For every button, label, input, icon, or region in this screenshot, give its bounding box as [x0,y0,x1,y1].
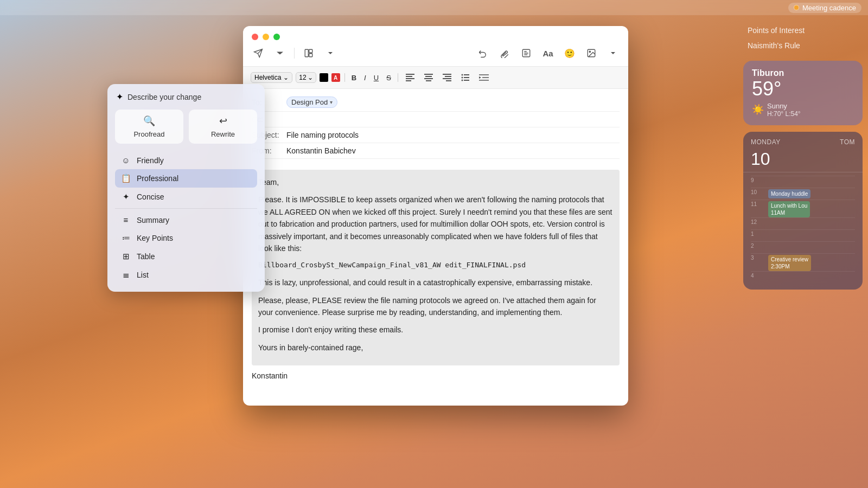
body-para-8: Konstantin [252,370,620,382]
calendar-tomorrow-label: TOM [840,138,855,146]
concise-icon: ✦ [120,192,131,202]
send-options-icon[interactable] [272,46,288,61]
formatting-bar: Helvetica ⌄ 12 ⌄ A B I U S [243,66,628,89]
svg-rect-2 [309,54,312,57]
proofread-button[interactable]: 🔍 Proofread [115,110,183,144]
ai-popup-header-icon: ✦ [116,92,123,102]
font-icon[interactable]: Aa [540,46,556,61]
calendar-divider [743,172,863,172]
format-list[interactable]: ≣ List [115,266,257,284]
tone-friendly[interactable]: ☺ Friendly [115,151,257,169]
svg-rect-9 [406,80,411,81]
cal-row-10: 10 Monday huddle [751,188,855,200]
ai-popup-header: ✦ Describe your change [115,92,257,102]
align-center-icon[interactable] [421,70,436,85]
reminder-item-1[interactable]: Points of Interest [743,24,863,37]
calendar-widget[interactable]: MONDAY TOM 10 9 10 Monday huddle 11 Lunc… [743,132,863,290]
cc-field-row: Cc: [252,112,620,127]
professional-icon: 📋 [120,174,131,183]
indent-icon[interactable] [476,70,492,85]
mail-window: Aa 🙂 Helvetica ⌄ 12 ⌄ A B I U [243,26,628,406]
tone-concise[interactable]: ✦ Concise [115,188,257,206]
weather-city: Tiburon [752,68,854,78]
mail-toolbar: Aa 🙂 [243,46,628,66]
bold-button[interactable]: B [349,73,359,82]
cal-row-9: 9 [751,176,855,188]
align-left-icon[interactable] [403,70,418,85]
text-color-swatch[interactable] [320,73,328,82]
format-summary[interactable]: ≡ Summary [115,211,257,229]
weather-condition-icon: ☀️ [752,104,764,115]
svg-rect-15 [445,76,451,77]
svg-point-5 [589,51,590,52]
summary-label: Summary [137,216,169,224]
minimize-button[interactable] [263,34,269,40]
window-controls [243,26,628,46]
font-size-value: 12 [299,74,306,81]
undo-icon[interactable] [475,46,490,61]
from-value[interactable]: Konstantin Babichev [286,146,620,155]
calendar-day-name: MONDAY [751,138,781,146]
mail-body[interactable]: Team, Please. It is IMPOSSIBLE to keep a… [243,163,628,406]
svg-rect-7 [406,76,412,77]
compose-icon[interactable] [519,46,534,61]
body-para-3: Billboard_CrosbySt_NewCampaign_Final_v81… [258,260,613,271]
underline-button[interactable]: U [372,73,381,82]
attach-icon[interactable] [497,46,512,61]
align-right-icon[interactable] [439,70,455,85]
proofread-label: Proofread [133,130,164,138]
subject-value[interactable]: File naming protocols [286,131,620,139]
tone-professional[interactable]: 📋 Professional [115,169,257,188]
strikethrough-button[interactable]: S [384,73,393,82]
text-color-indicator[interactable]: A [331,73,340,82]
cal-event-monday-huddle[interactable]: Monday huddle [768,189,810,198]
cal-event-creative-review[interactable]: Creative review2:30PM [768,255,811,271]
font-selector[interactable]: Helvetica ⌄ [251,72,292,83]
emoji-icon[interactable]: 🙂 [562,46,577,61]
font-selector-chevron: ⌄ [283,74,289,81]
svg-rect-13 [426,80,431,81]
rewrite-button[interactable]: ↩ Rewrite [189,110,257,144]
weather-temp: 59° [752,78,854,100]
image-icon[interactable] [584,46,599,61]
meeting-cadence-pill[interactable]: Meeting cadence [788,3,861,13]
close-button[interactable] [252,34,258,40]
reminder-item-2[interactable]: Naismith's Rule [743,39,863,52]
send-icon[interactable] [251,46,266,61]
to-value[interactable]: Design Pod ▾ [286,97,620,108]
svg-rect-16 [443,78,451,79]
format-key-points[interactable]: ≔ Key Points [115,229,257,247]
friendly-label: Friendly [137,156,164,165]
table-label: Table [137,252,155,261]
list-format-icon[interactable] [458,70,473,85]
meeting-cadence-icon [794,5,799,10]
svg-rect-12 [424,78,433,79]
cal-row-4: 4 [751,271,855,283]
proofread-icon: 🔍 [143,115,155,127]
svg-rect-6 [406,74,414,75]
layout-icon[interactable] [301,46,316,61]
concise-label: Concise [137,192,164,201]
svg-rect-23 [464,80,469,81]
layout-options-icon[interactable] [323,46,338,61]
professional-label: Professional [137,174,178,183]
svg-rect-10 [424,74,433,75]
maximize-button[interactable] [273,34,280,40]
reminders-widget: Points of Interest Naismith's Rule [743,22,863,54]
key-points-label: Key Points [137,234,173,242]
font-size-selector[interactable]: 12 ⌄ [296,72,316,83]
recipient-pill[interactable]: Design Pod ▾ [286,97,337,108]
calendar-day-number: 10 [743,150,863,172]
svg-rect-21 [464,77,469,78]
italic-button[interactable]: I [362,73,368,82]
weather-widget[interactable]: Tiburon 59° ☀️ Sunny H:70° L:54° [743,61,863,125]
ai-popup: ✦ Describe your change 🔍 Proofread ↩ Rew… [107,84,265,292]
svg-rect-0 [305,49,308,57]
format-table[interactable]: ⊞ Table [115,247,257,266]
to-field-row: To: Design Pod ▾ [252,93,620,112]
weather-condition: Sunny [767,102,801,110]
cal-event-lunch[interactable]: Lunch with Lou11AM [768,201,810,217]
image-options-icon[interactable] [605,46,621,61]
svg-rect-11 [425,76,432,77]
ai-menu-divider [115,208,257,209]
